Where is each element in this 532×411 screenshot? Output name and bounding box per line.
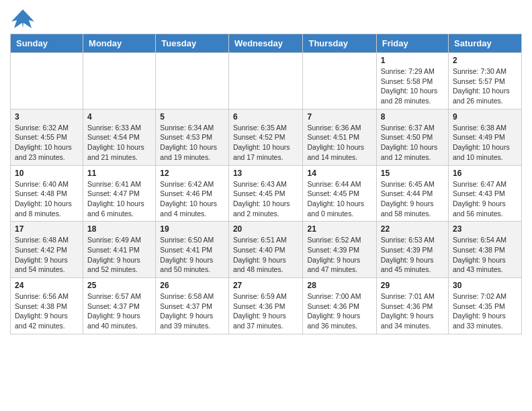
calendar-cell: 13Sunrise: 6:43 AM Sunset: 4:45 PM Dayli… <box>228 165 303 222</box>
day-info: Sunrise: 6:59 AM Sunset: 4:36 PM Dayligh… <box>233 291 299 331</box>
calendar-cell <box>156 53 229 109</box>
day-info: Sunrise: 6:34 AM Sunset: 4:53 PM Dayligh… <box>160 123 224 163</box>
day-number: 3 <box>15 112 79 122</box>
day-number: 8 <box>381 112 444 122</box>
day-number: 10 <box>15 169 79 178</box>
day-info: Sunrise: 6:53 AM Sunset: 4:39 PM Dayligh… <box>381 235 444 275</box>
day-info: Sunrise: 6:47 AM Sunset: 4:43 PM Dayligh… <box>453 179 517 219</box>
calendar-cell: 27Sunrise: 6:59 AM Sunset: 4:36 PM Dayli… <box>228 278 303 334</box>
day-number: 30 <box>453 281 517 290</box>
calendar-header-friday: Friday <box>376 34 448 53</box>
logo <box>10 7 38 30</box>
day-number: 23 <box>453 224 517 234</box>
day-number: 9 <box>453 112 517 122</box>
day-info: Sunrise: 6:45 AM Sunset: 4:44 PM Dayligh… <box>381 179 444 219</box>
calendar-cell: 9Sunrise: 6:38 AM Sunset: 4:49 PM Daylig… <box>449 109 522 165</box>
day-info: Sunrise: 6:42 AM Sunset: 4:46 PM Dayligh… <box>160 179 224 219</box>
day-number: 28 <box>307 281 371 290</box>
day-number: 18 <box>87 224 151 234</box>
calendar-cell: 23Sunrise: 6:54 AM Sunset: 4:38 PM Dayli… <box>449 222 522 278</box>
day-number: 20 <box>233 224 299 234</box>
calendar-cell: 22Sunrise: 6:53 AM Sunset: 4:39 PM Dayli… <box>376 222 448 278</box>
calendar-cell: 12Sunrise: 6:42 AM Sunset: 4:46 PM Dayli… <box>156 165 229 222</box>
day-number: 5 <box>160 112 224 122</box>
day-info: Sunrise: 6:58 AM Sunset: 4:37 PM Dayligh… <box>160 291 224 331</box>
day-info: Sunrise: 6:40 AM Sunset: 4:48 PM Dayligh… <box>15 179 79 219</box>
day-info: Sunrise: 6:36 AM Sunset: 4:51 PM Dayligh… <box>307 123 371 163</box>
day-info: Sunrise: 7:01 AM Sunset: 4:36 PM Dayligh… <box>381 291 444 331</box>
day-number: 7 <box>307 112 371 122</box>
day-number: 27 <box>233 281 299 290</box>
calendar-cell: 29Sunrise: 7:01 AM Sunset: 4:36 PM Dayli… <box>376 278 448 334</box>
day-info: Sunrise: 6:48 AM Sunset: 4:42 PM Dayligh… <box>15 235 79 275</box>
calendar-cell: 6Sunrise: 6:35 AM Sunset: 4:52 PM Daylig… <box>228 109 303 165</box>
calendar-header-tuesday: Tuesday <box>156 34 229 53</box>
calendar-cell: 2Sunrise: 7:30 AM Sunset: 5:57 PM Daylig… <box>449 53 522 109</box>
day-info: Sunrise: 6:35 AM Sunset: 4:52 PM Dayligh… <box>233 123 299 163</box>
day-number: 14 <box>307 169 371 178</box>
day-info: Sunrise: 6:44 AM Sunset: 4:45 PM Dayligh… <box>307 179 371 219</box>
calendar-cell: 8Sunrise: 6:37 AM Sunset: 4:50 PM Daylig… <box>376 109 448 165</box>
calendar-cell: 15Sunrise: 6:45 AM Sunset: 4:44 PM Dayli… <box>376 165 448 222</box>
calendar-cell: 17Sunrise: 6:48 AM Sunset: 4:42 PM Dayli… <box>11 222 83 278</box>
calendar-table: SundayMondayTuesdayWednesdayThursdayFrid… <box>10 34 522 334</box>
day-number: 11 <box>87 169 151 178</box>
calendar-cell: 16Sunrise: 6:47 AM Sunset: 4:43 PM Dayli… <box>449 165 522 222</box>
calendar-header-sunday: Sunday <box>11 34 83 53</box>
calendar-cell: 21Sunrise: 6:52 AM Sunset: 4:39 PM Dayli… <box>303 222 376 278</box>
day-info: Sunrise: 7:30 AM Sunset: 5:57 PM Dayligh… <box>453 66 517 106</box>
day-info: Sunrise: 6:57 AM Sunset: 4:37 PM Dayligh… <box>87 291 151 331</box>
calendar-week-3: 17Sunrise: 6:48 AM Sunset: 4:42 PM Dayli… <box>11 222 522 278</box>
day-info: Sunrise: 6:56 AM Sunset: 4:38 PM Dayligh… <box>15 291 79 331</box>
day-number: 26 <box>160 281 224 290</box>
calendar-header-saturday: Saturday <box>449 34 522 53</box>
day-info: Sunrise: 6:50 AM Sunset: 4:41 PM Dayligh… <box>160 235 224 275</box>
calendar-cell: 4Sunrise: 6:33 AM Sunset: 4:54 PM Daylig… <box>83 109 156 165</box>
day-info: Sunrise: 7:02 AM Sunset: 4:35 PM Dayligh… <box>453 291 517 331</box>
calendar-header-monday: Monday <box>83 34 156 53</box>
calendar-cell: 5Sunrise: 6:34 AM Sunset: 4:53 PM Daylig… <box>156 109 229 165</box>
day-number: 4 <box>87 112 151 122</box>
day-info: Sunrise: 7:00 AM Sunset: 4:36 PM Dayligh… <box>307 291 371 331</box>
calendar-cell: 18Sunrise: 6:49 AM Sunset: 4:41 PM Dayli… <box>83 222 156 278</box>
day-info: Sunrise: 6:43 AM Sunset: 4:45 PM Dayligh… <box>233 179 299 219</box>
calendar-cell <box>228 53 303 109</box>
svg-marker-0 <box>11 9 34 28</box>
logo-icon <box>10 8 36 30</box>
calendar-cell: 14Sunrise: 6:44 AM Sunset: 4:45 PM Dayli… <box>303 165 376 222</box>
calendar-cell: 10Sunrise: 6:40 AM Sunset: 4:48 PM Dayli… <box>11 165 83 222</box>
day-number: 17 <box>15 224 79 234</box>
day-info: Sunrise: 6:38 AM Sunset: 4:49 PM Dayligh… <box>453 123 517 163</box>
day-number: 1 <box>381 56 444 65</box>
day-info: Sunrise: 7:29 AM Sunset: 5:58 PM Dayligh… <box>381 66 444 106</box>
day-info: Sunrise: 6:33 AM Sunset: 4:54 PM Dayligh… <box>87 123 151 163</box>
calendar-cell <box>11 53 83 109</box>
day-info: Sunrise: 6:51 AM Sunset: 4:40 PM Dayligh… <box>233 235 299 275</box>
day-info: Sunrise: 6:54 AM Sunset: 4:38 PM Dayligh… <box>453 235 517 275</box>
calendar-header-wednesday: Wednesday <box>228 34 303 53</box>
calendar-cell <box>303 53 376 109</box>
calendar-week-4: 24Sunrise: 6:56 AM Sunset: 4:38 PM Dayli… <box>11 278 522 334</box>
day-number: 6 <box>233 112 299 122</box>
day-number: 19 <box>160 224 224 234</box>
calendar-cell: 19Sunrise: 6:50 AM Sunset: 4:41 PM Dayli… <box>156 222 229 278</box>
day-number: 22 <box>381 224 444 234</box>
calendar-cell: 28Sunrise: 7:00 AM Sunset: 4:36 PM Dayli… <box>303 278 376 334</box>
calendar-cell: 26Sunrise: 6:58 AM Sunset: 4:37 PM Dayli… <box>156 278 229 334</box>
day-number: 13 <box>233 169 299 178</box>
day-info: Sunrise: 6:52 AM Sunset: 4:39 PM Dayligh… <box>307 235 371 275</box>
calendar-cell: 7Sunrise: 6:36 AM Sunset: 4:51 PM Daylig… <box>303 109 376 165</box>
calendar-week-1: 3Sunrise: 6:32 AM Sunset: 4:55 PM Daylig… <box>11 109 522 165</box>
day-number: 12 <box>160 169 224 178</box>
day-number: 29 <box>381 281 444 290</box>
calendar-cell: 1Sunrise: 7:29 AM Sunset: 5:58 PM Daylig… <box>376 53 448 109</box>
day-number: 2 <box>453 56 517 65</box>
calendar-week-0: 1Sunrise: 7:29 AM Sunset: 5:58 PM Daylig… <box>11 53 522 109</box>
day-number: 21 <box>307 224 371 234</box>
day-info: Sunrise: 6:41 AM Sunset: 4:47 PM Dayligh… <box>87 179 151 219</box>
calendar-cell: 30Sunrise: 7:02 AM Sunset: 4:35 PM Dayli… <box>449 278 522 334</box>
calendar-cell: 25Sunrise: 6:57 AM Sunset: 4:37 PM Dayli… <box>83 278 156 334</box>
calendar-header-thursday: Thursday <box>303 34 376 53</box>
day-info: Sunrise: 6:32 AM Sunset: 4:55 PM Dayligh… <box>15 123 79 163</box>
calendar-cell: 24Sunrise: 6:56 AM Sunset: 4:38 PM Dayli… <box>11 278 83 334</box>
